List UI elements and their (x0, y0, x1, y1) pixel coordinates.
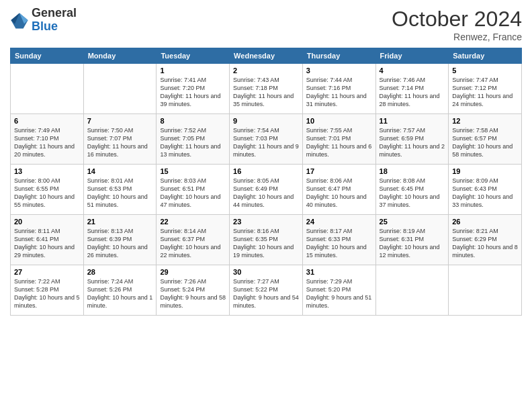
day-info: Sunrise: 7:41 AM Sunset: 7:20 PM Dayligh… (160, 76, 226, 109)
day-info: Sunrise: 8:09 AM Sunset: 6:43 PM Dayligh… (452, 177, 518, 210)
calendar-cell: 26Sunrise: 8:21 AM Sunset: 6:29 PM Dayli… (449, 215, 522, 265)
day-info: Sunrise: 7:47 AM Sunset: 7:12 PM Dayligh… (452, 76, 518, 109)
day-number: 4 (380, 66, 445, 75)
calendar-cell: 30Sunrise: 7:27 AM Sunset: 5:22 PM Dayli… (230, 265, 303, 316)
day-info: Sunrise: 8:05 AM Sunset: 6:49 PM Dayligh… (233, 177, 299, 210)
day-number: 5 (452, 66, 518, 75)
day-info: Sunrise: 8:17 AM Sunset: 6:33 PM Dayligh… (306, 227, 372, 260)
day-info: Sunrise: 7:29 AM Sunset: 5:20 PM Dayligh… (306, 277, 372, 310)
logo-icon (10, 11, 29, 30)
day-info: Sunrise: 8:13 AM Sunset: 6:39 PM Dayligh… (87, 227, 153, 260)
col-tuesday: Tuesday (157, 48, 230, 64)
day-number: 6 (14, 117, 80, 125)
location: Renwez, France (392, 32, 522, 42)
day-number: 27 (14, 268, 80, 276)
calendar-cell: 3Sunrise: 7:44 AM Sunset: 7:16 PM Daylig… (302, 64, 375, 114)
calendar-cell: 6Sunrise: 7:49 AM Sunset: 7:10 PM Daylig… (11, 114, 84, 165)
day-number: 25 (380, 218, 445, 226)
calendar-table: Sunday Monday Tuesday Wednesday Thursday… (10, 48, 522, 316)
day-number: 9 (233, 117, 299, 125)
calendar-cell: 13Sunrise: 8:00 AM Sunset: 6:55 PM Dayli… (11, 165, 84, 215)
calendar-cell: 1Sunrise: 7:41 AM Sunset: 7:20 PM Daylig… (157, 64, 230, 114)
day-info: Sunrise: 7:27 AM Sunset: 5:22 PM Dayligh… (233, 277, 299, 310)
calendar-cell: 4Sunrise: 7:46 AM Sunset: 7:14 PM Daylig… (375, 64, 449, 114)
day-number: 21 (87, 218, 153, 226)
day-number: 19 (452, 167, 518, 175)
calendar-cell: 21Sunrise: 8:13 AM Sunset: 6:39 PM Dayli… (83, 215, 157, 265)
logo-general-text: General (32, 6, 77, 19)
calendar-cell: 9Sunrise: 7:54 AM Sunset: 7:03 PM Daylig… (230, 114, 303, 165)
day-number: 28 (87, 268, 153, 276)
calendar-cell: 23Sunrise: 8:16 AM Sunset: 6:35 PM Dayli… (230, 215, 303, 265)
day-info: Sunrise: 7:52 AM Sunset: 7:05 PM Dayligh… (160, 126, 226, 159)
main-container: General Blue October 2024 Renwez, France… (0, 0, 532, 322)
calendar-cell (375, 265, 449, 316)
calendar-week-4: 20Sunrise: 8:11 AM Sunset: 6:41 PM Dayli… (11, 215, 522, 265)
day-number: 10 (306, 117, 372, 125)
logo-blue-text: Blue (32, 19, 58, 33)
logo: General Blue (10, 7, 77, 34)
calendar-cell (449, 265, 522, 316)
calendar-cell: 8Sunrise: 7:52 AM Sunset: 7:05 PM Daylig… (157, 114, 230, 165)
calendar-cell: 29Sunrise: 7:26 AM Sunset: 5:24 PM Dayli… (157, 265, 230, 316)
col-thursday: Thursday (302, 48, 375, 64)
calendar-cell: 10Sunrise: 7:55 AM Sunset: 7:01 PM Dayli… (302, 114, 375, 165)
day-info: Sunrise: 8:14 AM Sunset: 6:37 PM Dayligh… (160, 227, 226, 260)
day-info: Sunrise: 7:24 AM Sunset: 5:26 PM Dayligh… (87, 277, 153, 310)
day-number: 3 (306, 66, 372, 75)
day-info: Sunrise: 7:49 AM Sunset: 7:10 PM Dayligh… (14, 126, 80, 159)
calendar-week-5: 27Sunrise: 7:22 AM Sunset: 5:28 PM Dayli… (11, 265, 522, 316)
calendar-cell: 28Sunrise: 7:24 AM Sunset: 5:26 PM Dayli… (83, 265, 157, 316)
calendar-cell: 24Sunrise: 8:17 AM Sunset: 6:33 PM Dayli… (302, 215, 375, 265)
calendar-week-1: 1Sunrise: 7:41 AM Sunset: 7:20 PM Daylig… (11, 64, 522, 114)
day-number: 24 (306, 218, 372, 226)
col-friday: Friday (375, 48, 449, 64)
day-number: 30 (233, 268, 299, 276)
day-number: 29 (160, 268, 226, 276)
day-number: 22 (160, 218, 226, 226)
day-number: 16 (233, 167, 299, 175)
day-info: Sunrise: 7:22 AM Sunset: 5:28 PM Dayligh… (14, 277, 80, 310)
day-info: Sunrise: 7:54 AM Sunset: 7:03 PM Dayligh… (233, 126, 299, 159)
day-number: 7 (87, 117, 153, 125)
day-info: Sunrise: 7:44 AM Sunset: 7:16 PM Dayligh… (306, 76, 372, 109)
day-number: 26 (452, 218, 518, 226)
calendar-cell: 27Sunrise: 7:22 AM Sunset: 5:28 PM Dayli… (11, 265, 84, 316)
calendar-cell: 2Sunrise: 7:43 AM Sunset: 7:18 PM Daylig… (230, 64, 303, 114)
calendar-cell: 31Sunrise: 7:29 AM Sunset: 5:20 PM Dayli… (302, 265, 375, 316)
col-wednesday: Wednesday (230, 48, 303, 64)
calendar-cell: 5Sunrise: 7:47 AM Sunset: 7:12 PM Daylig… (449, 64, 522, 114)
calendar-cell: 14Sunrise: 8:01 AM Sunset: 6:53 PM Dayli… (83, 165, 157, 215)
day-info: Sunrise: 8:21 AM Sunset: 6:29 PM Dayligh… (452, 227, 518, 260)
day-number: 31 (306, 268, 372, 276)
calendar-body: 1Sunrise: 7:41 AM Sunset: 7:20 PM Daylig… (11, 64, 522, 316)
day-info: Sunrise: 7:57 AM Sunset: 6:59 PM Dayligh… (380, 126, 445, 159)
day-info: Sunrise: 8:06 AM Sunset: 6:47 PM Dayligh… (306, 177, 372, 210)
col-sunday: Sunday (11, 48, 84, 64)
day-info: Sunrise: 7:58 AM Sunset: 6:57 PM Dayligh… (452, 126, 518, 159)
day-number: 18 (380, 167, 445, 175)
header-row: Sunday Monday Tuesday Wednesday Thursday… (11, 48, 522, 64)
calendar-cell: 12Sunrise: 7:58 AM Sunset: 6:57 PM Dayli… (449, 114, 522, 165)
calendar-cell (83, 64, 157, 114)
day-info: Sunrise: 8:11 AM Sunset: 6:41 PM Dayligh… (14, 227, 80, 260)
day-number: 23 (233, 218, 299, 226)
day-info: Sunrise: 7:55 AM Sunset: 7:01 PM Dayligh… (306, 126, 372, 159)
day-number: 2 (233, 66, 299, 75)
day-info: Sunrise: 7:26 AM Sunset: 5:24 PM Dayligh… (160, 277, 226, 310)
calendar-cell: 15Sunrise: 8:03 AM Sunset: 6:51 PM Dayli… (157, 165, 230, 215)
day-number: 1 (160, 66, 226, 75)
day-info: Sunrise: 7:43 AM Sunset: 7:18 PM Dayligh… (233, 76, 299, 109)
day-number: 20 (14, 218, 80, 226)
day-number: 15 (160, 167, 226, 175)
title-block: October 2024 Renwez, France (392, 7, 522, 42)
header: General Blue October 2024 Renwez, France (10, 7, 522, 42)
calendar-cell: 17Sunrise: 8:06 AM Sunset: 6:47 PM Dayli… (302, 165, 375, 215)
day-number: 12 (452, 117, 518, 125)
calendar-cell: 25Sunrise: 8:19 AM Sunset: 6:31 PM Dayli… (375, 215, 449, 265)
day-info: Sunrise: 8:00 AM Sunset: 6:55 PM Dayligh… (14, 177, 80, 210)
calendar-cell (11, 64, 84, 114)
col-monday: Monday (83, 48, 157, 64)
calendar-cell: 22Sunrise: 8:14 AM Sunset: 6:37 PM Dayli… (157, 215, 230, 265)
calendar-cell: 20Sunrise: 8:11 AM Sunset: 6:41 PM Dayli… (11, 215, 84, 265)
